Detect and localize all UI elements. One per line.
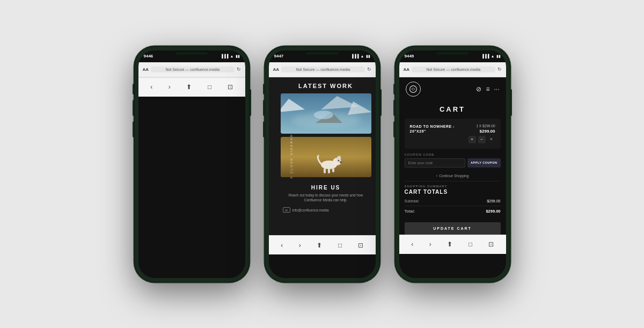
phone-1-status-bar: 9446 ▐▐▐ ▲ ▮▮	[138, 50, 245, 62]
subtotal-value: $299.00	[487, 199, 500, 203]
dog-photo	[281, 137, 371, 177]
back-btn-3[interactable]: ‹	[411, 240, 413, 248]
phone-2-screen: 9447 ▐▐▐ ▲ ▮▮ AA Not Secure — confluence…	[269, 50, 376, 278]
phone-3-header: ⊘ ≡ ···	[399, 77, 506, 101]
svg-marker-6	[316, 112, 342, 123]
browser-refresh-icon-2[interactable]: ↻	[367, 67, 371, 72]
phone-3-screen: 9449 ▐▐▐ ▲ ▮▮ AA Not Secure — confluence…	[399, 50, 506, 278]
forward-btn-3[interactable]: ›	[429, 240, 431, 248]
share-btn[interactable]: ⬆	[186, 83, 192, 91]
phone-3-time: 9449	[405, 54, 414, 59]
cart-item-row: ROAD TO NOWHERE - 20"X26" 1 X $299.00 $2…	[405, 119, 501, 149]
share-btn-3[interactable]: ⬆	[447, 240, 452, 248]
phone-3-status-icons: ▐▐▐ ▲ ▮▮	[481, 54, 501, 59]
shopping-summary-label: SHOPPING SUMMARY	[405, 185, 501, 188]
bookmarks-btn-2[interactable]: □	[338, 242, 342, 249]
phone-2-status-icons: ▐▐▐ ▲ ▮▮	[351, 54, 370, 59]
phone-3-content: ⊘ ≡ ··· CART ROAD TO NOWHERE - 20"X26" 1…	[399, 77, 506, 235]
forward-btn[interactable]: ›	[169, 83, 171, 91]
header-icons-3: ⊘ ≡ ···	[476, 85, 499, 93]
phone-3-browser-bottom: ‹ › ⬆ □ ⊡	[399, 235, 506, 254]
phone-3-browser-bar: AA Not Secure — confluence.media ↻	[399, 62, 506, 77]
cart-icon-3[interactable]: ⊘	[476, 85, 481, 93]
phone-2-status-bar: 9447 ▐▐▐ ▲ ▮▮	[269, 50, 376, 62]
cart-item-name: ROAD TO NOWHERE - 20"X26"	[410, 124, 460, 135]
phone-3: 9449 ▐▐▐ ▲ ▮▮ AA Not Secure — confluence…	[395, 46, 510, 282]
email-address[interactable]: info@confluence.media	[292, 208, 329, 212]
remove-item-btn[interactable]: ✕	[488, 136, 495, 143]
phone-1-browser-bottom: ‹ › ⬆ □ ⊡	[138, 77, 245, 97]
phone-2-browser-bottom: ‹ › ⬆ □ ⊡	[269, 235, 376, 254]
photo-card-landscape	[281, 93, 371, 134]
menu-icon-3[interactable]: ≡	[486, 85, 489, 93]
phone-1-status-icons: ▐▐▐ ▲ ▮▮	[221, 54, 240, 59]
photo-card-dog	[281, 137, 371, 177]
tabs-btn-3[interactable]: ⊡	[488, 240, 494, 248]
phone-1-browser-bar: AA Not Secure — confluence.media ↻	[138, 62, 245, 77]
svg-rect-17	[324, 168, 326, 173]
landscape-photo	[281, 93, 371, 134]
coupon-section: COUPON CODE APPLY COUPON	[405, 153, 501, 167]
close-sidebar-label[interactable]: X CLOSE SIDEBAR	[290, 134, 293, 179]
svg-rect-8	[281, 137, 371, 177]
forward-btn-2[interactable]: ›	[299, 242, 301, 249]
tabs-btn[interactable]: ⊡	[228, 83, 233, 91]
svg-rect-18	[328, 168, 330, 173]
continue-shopping-label: Continue Shopping	[439, 174, 469, 178]
svg-point-7	[314, 111, 333, 119]
tabs-btn-2[interactable]: ⊡	[358, 242, 363, 249]
hire-title: HIRE US	[283, 185, 369, 191]
phone-1-url[interactable]: Not Secure — confluence.media	[151, 67, 234, 72]
coupon-label: COUPON CODE	[405, 153, 501, 156]
update-cart-btn[interactable]: UPDATE CART	[405, 222, 501, 235]
svg-point-22	[409, 85, 416, 92]
divider	[405, 181, 501, 181]
hire-email-row: ✉ info@confluence.media	[283, 207, 369, 213]
latest-work-title: LATEST WORK	[276, 77, 376, 93]
qty-decrease-btn[interactable]: −	[478, 136, 486, 143]
cart-totals-title: CART TOTALS	[405, 189, 501, 195]
browser-aa-label-3: AA	[404, 67, 410, 72]
cart-item-price-col: 1 X $299.00 $299.00 + − ✕	[460, 124, 495, 143]
back-btn-2[interactable]: ‹	[281, 242, 283, 249]
coupon-input[interactable]	[405, 158, 466, 167]
total-value: $299.00	[486, 209, 500, 214]
cart-page-title: CART	[399, 101, 506, 119]
browser-aa-label: AA	[143, 67, 149, 72]
phone-1: 9446 ▐▐▐ ▲ ▮▮ AA Not Secure — confluence…	[134, 46, 250, 282]
more-icon-3[interactable]: ···	[494, 85, 499, 93]
total-label: Total:	[405, 209, 415, 214]
cart-totals-section: SHOPPING SUMMARY CART TOTALS Subtotal: $…	[405, 185, 501, 235]
phone-2-content: X CLOSE SIDEBAR LATEST WORK	[269, 77, 376, 236]
browser-aa-label-2: AA	[273, 67, 280, 72]
phones-container: 9446 ▐▐▐ ▲ ▮▮ AA Not Secure — confluence…	[0, 0, 644, 328]
phone-2: 9447 ▐▐▐ ▲ ▮▮ AA Not Secure — confluence…	[265, 46, 380, 282]
hire-section: HIRE US Reach out today to discuss your …	[276, 180, 376, 216]
share-btn-2[interactable]: ⬆	[317, 242, 322, 249]
subtotal-label: Subtotal:	[405, 199, 420, 203]
phone-2-url[interactable]: Not Secure — confluence.media	[281, 67, 364, 72]
email-icon: ✉	[283, 207, 290, 213]
hire-text: Reach out today to discuss your needs an…	[283, 193, 369, 203]
browser-refresh-icon-3[interactable]: ↻	[497, 67, 502, 72]
browser-refresh-icon[interactable]: ↻	[237, 67, 241, 72]
cart-item-qty: 1 X $299.00	[460, 124, 495, 128]
qty-increase-btn[interactable]: +	[469, 136, 476, 143]
total-row: Total: $299.00	[405, 209, 501, 216]
svg-point-20	[340, 161, 342, 163]
coupon-row: APPLY COUPON	[405, 158, 501, 167]
back-btn[interactable]: ‹	[150, 83, 152, 91]
svg-rect-19	[332, 168, 334, 172]
phone-3-url[interactable]: Not Secure — confluence.media	[412, 67, 495, 72]
phone-3-status-bar: 9449 ▐▐▐ ▲ ▮▮	[399, 50, 506, 62]
cart-item-total: $299.00	[460, 129, 495, 134]
back-arrow-icon: ‹	[436, 173, 438, 178]
bookmarks-btn[interactable]: □	[208, 83, 211, 91]
subtotal-row: Subtotal: $299.00	[405, 199, 501, 206]
phone-2-time: 9447	[274, 54, 284, 59]
qty-controls: + − ✕	[460, 136, 495, 143]
svg-point-21	[338, 159, 339, 161]
apply-coupon-btn[interactable]: APPLY COUPON	[467, 158, 500, 167]
continue-shopping-link[interactable]: ‹ Continue Shopping	[399, 171, 506, 181]
bookmarks-btn-3[interactable]: □	[469, 240, 472, 248]
